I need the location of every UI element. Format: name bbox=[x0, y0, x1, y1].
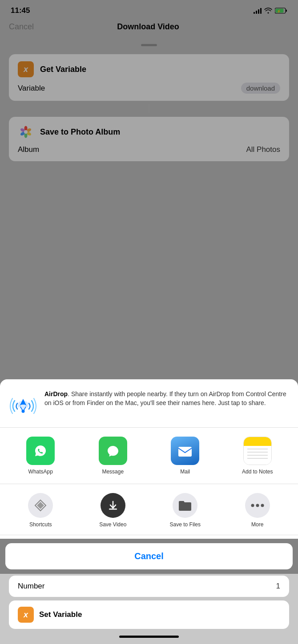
save-files-action-icon bbox=[173, 493, 197, 518]
shortcuts-action-icon bbox=[28, 493, 53, 518]
svg-point-25 bbox=[256, 504, 259, 507]
set-var-title: Set Variable bbox=[39, 610, 82, 619]
more-action-icon bbox=[245, 493, 270, 518]
airdrop-text: AirDrop. Share instantly with people nea… bbox=[44, 390, 289, 407]
set-var-area: x Set Variable bbox=[0, 599, 298, 629]
save-video-action-icon bbox=[101, 493, 125, 518]
save-files-label: Save to Files bbox=[170, 521, 201, 528]
notes-label: Add to Notes bbox=[242, 469, 273, 475]
whatsapp-app-item[interactable]: WhatsApp bbox=[23, 437, 58, 475]
cancel-sheet: Cancel bbox=[5, 543, 293, 569]
bottom-bg-area: Number 1 bbox=[0, 574, 298, 599]
shortcuts-label: Shortcuts bbox=[29, 521, 52, 528]
number-row: Number 1 bbox=[9, 576, 289, 597]
save-files-action-item[interactable]: Save to Files bbox=[167, 493, 203, 528]
home-indicator-area bbox=[0, 629, 298, 644]
shortcuts-action-item[interactable]: Shortcuts bbox=[23, 493, 58, 528]
whatsapp-label: WhatsApp bbox=[28, 469, 53, 475]
save-video-label: Save Video bbox=[99, 521, 126, 528]
svg-point-26 bbox=[261, 504, 264, 507]
save-video-action-item[interactable]: Save Video bbox=[95, 493, 131, 528]
message-app-item[interactable]: Message bbox=[95, 437, 131, 475]
svg-rect-19 bbox=[178, 447, 192, 457]
airdrop-title: AirDrop bbox=[44, 390, 68, 398]
svg-point-15 bbox=[22, 410, 25, 413]
svg-point-24 bbox=[251, 504, 254, 507]
notes-app-item[interactable]: Add to Notes bbox=[240, 437, 275, 475]
share-sheet: AirDrop. Share instantly with people nea… bbox=[0, 379, 298, 539]
share-sheet-overlay: AirDrop. Share instantly with people nea… bbox=[0, 379, 298, 644]
cancel-button[interactable]: Cancel bbox=[5, 543, 293, 569]
set-var-icon: x bbox=[18, 607, 34, 623]
message-label: Message bbox=[102, 469, 124, 475]
app-row: WhatsApp Message bbox=[0, 428, 298, 484]
action-row: Shortcuts Save Video bbox=[0, 484, 298, 535]
svg-rect-23 bbox=[109, 509, 117, 510]
message-icon bbox=[99, 437, 127, 465]
mail-label: Mail bbox=[180, 469, 190, 475]
whatsapp-icon bbox=[26, 437, 55, 465]
number-value: 1 bbox=[276, 582, 280, 591]
set-variable-block: x Set Variable bbox=[9, 600, 289, 629]
more-label: More bbox=[251, 521, 263, 528]
airdrop-description: . Share instantly with people nearby. If… bbox=[44, 390, 286, 406]
airdrop-icon bbox=[9, 390, 37, 418]
spacer bbox=[0, 535, 298, 539]
notes-icon bbox=[243, 437, 272, 465]
mail-app-item[interactable]: Mail bbox=[167, 437, 203, 475]
mail-icon bbox=[171, 437, 199, 465]
number-label: Number bbox=[18, 582, 44, 591]
more-action-item[interactable]: More bbox=[240, 493, 275, 528]
home-bar bbox=[119, 636, 179, 638]
airdrop-section: AirDrop. Share instantly with people nea… bbox=[0, 379, 298, 428]
